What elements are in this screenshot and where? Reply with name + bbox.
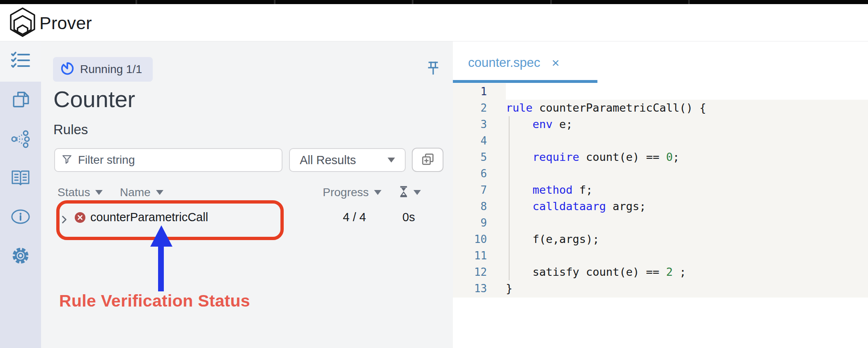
- tab-counter-spec[interactable]: counter.spec ×: [468, 51, 559, 74]
- rule-progress: 4 / 4: [343, 211, 366, 224]
- tab-label: counter.spec: [468, 55, 540, 70]
- line-number: 11: [453, 247, 493, 264]
- code-line: rule counterParametricCall() {: [506, 100, 868, 116]
- duplicate-plus-icon: [421, 152, 435, 168]
- share-icon: [11, 130, 30, 150]
- prover-logo-icon: [9, 7, 36, 39]
- table-row-counterParametricCall[interactable]: counterParametricCall 4 / 4 0s: [49, 211, 461, 234]
- results-dropdown-value: All Results: [300, 153, 388, 167]
- page-title: Counter: [53, 86, 135, 112]
- filter-input[interactable]: [77, 153, 276, 167]
- sidebar-item-settings[interactable]: [0, 242, 41, 271]
- line-number: 12: [453, 264, 493, 280]
- editor-gutter: 12345678910111213: [453, 83, 493, 297]
- line-number: 2: [453, 100, 493, 116]
- error-status-icon: [75, 212, 85, 223]
- line-number: 10: [453, 231, 493, 247]
- spec-editor-panel: counter.spec × 12345678910111213 rule co…: [453, 41, 868, 348]
- sidebar-item-call-trace[interactable]: [0, 126, 41, 154]
- line-number: 4: [453, 133, 493, 149]
- code-line: env e;: [506, 116, 868, 133]
- column-header-name[interactable]: Name: [120, 186, 163, 199]
- active-tab-indicator: [453, 80, 597, 83]
- code-line: calldataarg args;: [506, 198, 868, 215]
- line-number: 6: [453, 165, 493, 182]
- filter-box: [54, 148, 282, 172]
- run-status-badge[interactable]: Running 1/1: [53, 57, 153, 82]
- code-line: [506, 165, 868, 182]
- line-number: 3: [453, 116, 493, 133]
- top-window-strip: [0, 0, 868, 4]
- column-label-progress: Progress: [323, 186, 369, 199]
- column-label-status: Status: [57, 186, 90, 199]
- spinner-icon: [60, 62, 74, 77]
- close-icon[interactable]: ×: [552, 56, 560, 69]
- prover-logo[interactable]: Prover: [9, 9, 92, 37]
- code-line: require count(e) == 0;: [506, 149, 868, 165]
- code-line: [506, 83, 868, 100]
- rule-duration: 0s: [402, 211, 415, 224]
- code-lines[interactable]: rule counterParametricCall() { env e; re…: [506, 83, 868, 297]
- line-number: 13: [453, 280, 493, 297]
- code-line: [506, 247, 868, 264]
- info-icon: [11, 209, 30, 226]
- pin-icon: [427, 61, 439, 77]
- caret-down-icon[interactable]: [95, 190, 103, 195]
- sidebar: [0, 41, 41, 348]
- book-icon: [11, 169, 30, 188]
- code-line: [506, 133, 868, 149]
- code-line: method f;: [506, 182, 868, 198]
- caret-down-icon[interactable]: [156, 190, 163, 195]
- rules-panel: Running 1/1 Counter Rules: [41, 41, 453, 348]
- prover-logo-text: Prover: [39, 13, 92, 33]
- column-header-progress[interactable]: Progress: [323, 186, 381, 199]
- caret-down-icon[interactable]: [374, 190, 381, 195]
- sidebar-item-rules[interactable]: [0, 47, 41, 76]
- code-line: }: [506, 280, 868, 297]
- checklist-icon: [11, 51, 30, 71]
- caret-down-icon[interactable]: [413, 190, 421, 195]
- sidebar-item-info[interactable]: [0, 203, 41, 232]
- code-area: 12345678910111213 rule counterParametric…: [453, 83, 868, 298]
- rules-section-title: Rules: [53, 122, 88, 137]
- pin-button[interactable]: [424, 60, 442, 78]
- code-line: f(e,args);: [506, 231, 868, 247]
- line-number: 8: [453, 198, 493, 215]
- copy-icon: [11, 90, 30, 111]
- app-window: Prover: [0, 0, 868, 348]
- line-number: 9: [453, 215, 493, 231]
- hourglass-icon: [399, 186, 408, 199]
- expand-all-button[interactable]: [412, 148, 443, 172]
- column-header-status[interactable]: Status: [57, 186, 103, 199]
- results-dropdown[interactable]: All Results: [289, 148, 406, 172]
- sidebar-item-docs[interactable]: [0, 164, 41, 193]
- sidebar-item-contracts[interactable]: [0, 86, 41, 115]
- line-number: 5: [453, 149, 493, 165]
- rule-name: counterParametricCall: [90, 211, 208, 224]
- line-number: 7: [453, 182, 493, 198]
- gear-icon: [11, 246, 30, 267]
- run-status-label: Running 1/1: [80, 63, 142, 76]
- code-line: satisfy count(e) == 2 ;: [506, 264, 868, 280]
- chevron-down-icon: [388, 158, 395, 163]
- column-label-name: Name: [120, 186, 151, 199]
- annotation-label: Rule Verification Status: [59, 291, 250, 311]
- annotation-arrow-shaft: [158, 246, 164, 291]
- funnel-icon: [62, 154, 72, 166]
- column-header-duration[interactable]: [399, 186, 421, 199]
- code-line: [506, 215, 868, 231]
- chevron-right-icon[interactable]: [62, 215, 67, 225]
- app-header: Prover: [0, 4, 868, 41]
- line-number: 1: [453, 83, 493, 100]
